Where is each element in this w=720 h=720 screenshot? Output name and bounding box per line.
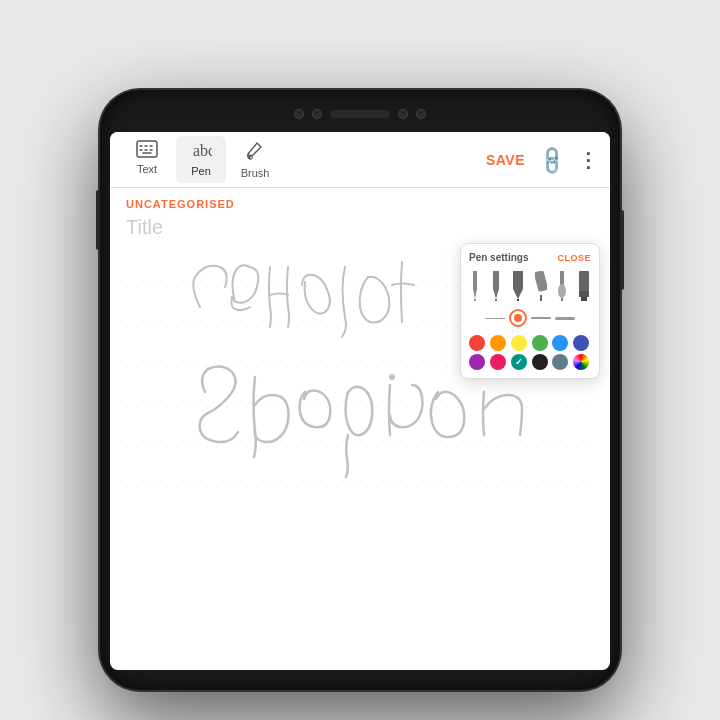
pen-size-medium-active[interactable] <box>509 309 527 327</box>
save-button[interactable]: SAVE <box>486 152 525 168</box>
pen-type-fine[interactable] <box>469 271 481 301</box>
more-menu-button[interactable]: ⋮ <box>578 148 598 172</box>
pen-icon: abc <box>190 140 212 163</box>
front-camera <box>294 109 304 119</box>
pen-type-selector <box>469 271 591 301</box>
color-palette <box>469 335 591 370</box>
pen-settings-header: Pen settings CLOSE <box>469 252 591 263</box>
pen-size-medium-indicator <box>514 314 522 322</box>
pen-size-large[interactable] <box>555 317 575 320</box>
color-rainbow[interactable] <box>573 354 589 370</box>
pen-size-small[interactable] <box>485 318 505 319</box>
tool-brush[interactable]: Brush <box>230 136 280 183</box>
pen-tool-label: Pen <box>191 165 211 177</box>
pen-type-brush[interactable] <box>556 271 568 301</box>
category-label: UNCATEGORISED <box>126 198 594 210</box>
color-red[interactable] <box>469 335 485 351</box>
pen-settings-title: Pen settings <box>469 252 528 263</box>
toolbar-right: SAVE 🔗 ⋮ <box>486 148 598 172</box>
pen-settings-close-button[interactable]: CLOSE <box>557 253 591 263</box>
tool-group: Text abc Pen <box>122 136 486 183</box>
phone-chassis: Text abc Pen <box>100 90 620 690</box>
color-green[interactable] <box>532 335 548 351</box>
tool-pen[interactable]: abc Pen <box>176 136 226 183</box>
phone-screen: Text abc Pen <box>110 132 610 670</box>
svg-rect-26 <box>535 271 547 292</box>
note-content: UNCATEGORISED Title <box>110 188 610 670</box>
svg-rect-31 <box>579 271 589 291</box>
sensor <box>398 109 408 119</box>
keyboard-icon <box>136 140 158 161</box>
attach-icon[interactable]: 🔗 <box>534 142 569 177</box>
note-title-placeholder[interactable]: Title <box>126 216 594 239</box>
tool-text[interactable]: Text <box>122 136 172 183</box>
svg-rect-0 <box>137 141 157 157</box>
speaker <box>330 110 390 118</box>
color-purple[interactable] <box>469 354 485 370</box>
svg-text:abc: abc <box>193 142 212 159</box>
pen-type-calligraphy[interactable] <box>535 271 547 301</box>
pen-type-bold[interactable] <box>511 271 525 301</box>
pen-size-medium-line[interactable] <box>531 317 551 319</box>
brush-icon <box>243 140 267 165</box>
svg-marker-18 <box>473 289 477 299</box>
color-black[interactable] <box>532 354 548 370</box>
svg-rect-23 <box>513 271 523 289</box>
pen-settings-panel: Pen settings CLOSE <box>460 243 600 379</box>
svg-rect-32 <box>579 291 589 297</box>
svg-point-16 <box>389 374 395 380</box>
pen-type-marker[interactable] <box>577 271 591 301</box>
pen-size-selector <box>469 309 591 327</box>
color-orange[interactable] <box>490 335 506 351</box>
svg-marker-21 <box>493 289 499 299</box>
text-tool-label: Text <box>137 163 157 175</box>
svg-rect-20 <box>493 271 499 289</box>
toolbar: Text abc Pen <box>110 132 610 188</box>
svg-point-29 <box>558 284 566 298</box>
svg-rect-28 <box>560 271 564 285</box>
color-gray[interactable] <box>552 354 568 370</box>
phone-top-bar <box>260 102 460 126</box>
svg-marker-24 <box>513 289 523 299</box>
color-blue[interactable] <box>552 335 568 351</box>
svg-rect-33 <box>581 297 587 301</box>
sensor-2 <box>416 109 426 119</box>
front-camera-2 <box>312 109 322 119</box>
brush-tool-label: Brush <box>241 167 270 179</box>
color-indigo[interactable] <box>573 335 589 351</box>
svg-rect-17 <box>473 271 477 289</box>
pen-type-medium[interactable] <box>490 271 502 301</box>
color-teal[interactable] <box>511 354 527 370</box>
color-yellow[interactable] <box>511 335 527 351</box>
color-pink[interactable] <box>490 354 506 370</box>
phone-device: Text abc Pen <box>100 90 620 690</box>
